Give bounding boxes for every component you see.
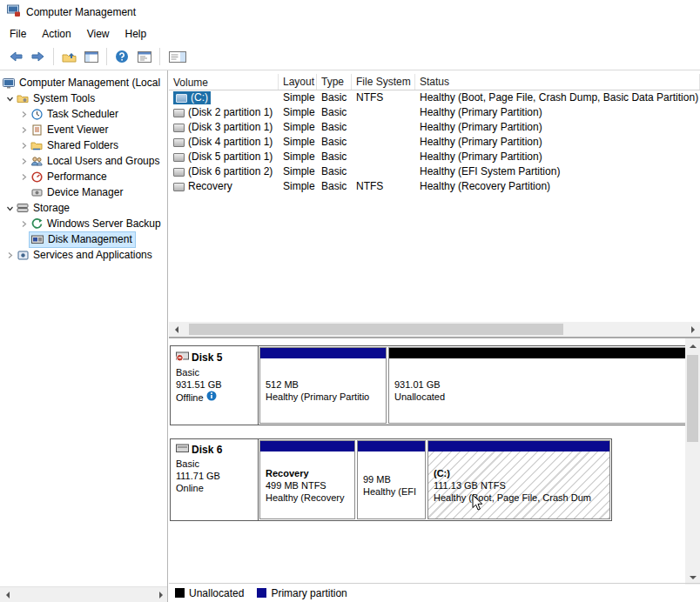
- chevron-down-icon[interactable]: [3, 204, 16, 212]
- column-header-file-system[interactable]: File System: [352, 74, 415, 90]
- type-cell: Basic: [317, 179, 352, 194]
- graphical-view-vertical-scrollbar[interactable]: [685, 338, 700, 585]
- show-hide-console-tree-button[interactable]: [81, 46, 102, 67]
- sidebar-item-disk-management[interactable]: Disk Management: [0, 231, 167, 247]
- chevron-right-icon[interactable]: [17, 157, 30, 165]
- scroll-left-button[interactable]: [0, 587, 15, 602]
- scroll-right-button[interactable]: [153, 587, 168, 602]
- volume-icon: [176, 94, 187, 103]
- action-pane-button[interactable]: [165, 46, 191, 67]
- sidebar-item-label: Storage: [33, 202, 70, 214]
- volume-cell: (Disk 6 partition 2): [169, 164, 279, 179]
- help-button[interactable]: [111, 46, 132, 67]
- volume-list-header: Volume Layout Type File System Status: [169, 74, 700, 90]
- volume-row-disk2-part1[interactable]: (Disk 2 partition 1) Simple Basic Health…: [169, 105, 700, 120]
- type-cell: Basic: [317, 105, 352, 120]
- status-cell: Healthy (Primary Partition): [415, 120, 700, 135]
- file-system-cell: [352, 105, 415, 120]
- partition-c[interactable]: (C:) 111.13 GB NTFS Healthy (Boot, Page …: [427, 440, 610, 519]
- sidebar-item-services-and-applications[interactable]: Services and Applications: [0, 247, 167, 263]
- layout-cell: Simple: [279, 179, 317, 194]
- partition-size: 931.01 GB: [394, 378, 685, 391]
- back-button[interactable]: [5, 46, 26, 67]
- volume-name: (Disk 4 partition 1): [188, 135, 273, 150]
- scrollbar-thumb[interactable]: [189, 324, 563, 335]
- chevron-right-icon[interactable]: [17, 126, 30, 134]
- column-header-status[interactable]: Status: [415, 74, 700, 90]
- sidebar-item-event-viewer[interactable]: Event Viewer: [0, 122, 167, 137]
- chevron-right-icon[interactable]: [17, 173, 30, 181]
- disk6-row: Disk 6 Basic 111.71 GB Online Recovery 4…: [170, 438, 612, 521]
- scrollbar-track[interactable]: [184, 322, 685, 337]
- partition-status: Healthy (Boot, Page File, Crash Dum: [434, 492, 609, 504]
- sidebar-item-label: Disk Management: [48, 233, 132, 245]
- layout-cell: Simple: [279, 120, 317, 135]
- disk-offline-icon: [176, 351, 189, 365]
- app-icon: [7, 4, 21, 20]
- sidebar-item-storage[interactable]: Storage: [0, 200, 167, 216]
- sidebar-item-label: Performance: [47, 171, 107, 183]
- up-level-button[interactable]: [58, 46, 79, 67]
- users-icon: [30, 156, 44, 166]
- sidebar-item-device-manager[interactable]: Device Manager: [0, 184, 167, 200]
- forward-button[interactable]: [28, 46, 49, 67]
- disk-state: Offline: [176, 391, 204, 404]
- info-icon[interactable]: [206, 391, 217, 404]
- file-system-cell: NTFS: [352, 179, 415, 194]
- partition-status: Healthy (Recovery: [266, 492, 354, 504]
- file-system-cell: [352, 135, 415, 150]
- sidebar-item-system-tools[interactable]: System Tools: [0, 90, 167, 106]
- volume-row-disk3-part1[interactable]: (Disk 3 partition 1) Simple Basic Health…: [169, 120, 700, 135]
- volume-row-disk5-part1[interactable]: (Disk 5 partition 1) Simple Basic Health…: [169, 150, 700, 164]
- volume-name: (Disk 6 partition 2): [188, 164, 273, 179]
- partition-disk5-unallocated[interactable]: 931.01 GB Unallocated: [388, 347, 686, 424]
- column-header-volume[interactable]: Volume: [169, 74, 279, 90]
- partition-efi[interactable]: 99 MB Healthy (EFI: [357, 440, 426, 519]
- scroll-up-button[interactable]: [685, 338, 700, 353]
- arrow-left-icon: [175, 326, 178, 333]
- primary-partition-swatch-icon: [257, 588, 266, 598]
- sidebar-item-shared-folders[interactable]: Shared Folders: [0, 137, 167, 153]
- tree-horizontal-scrollbar[interactable]: [0, 586, 168, 602]
- column-header-type[interactable]: Type: [317, 74, 352, 90]
- sidebar-item-computer-management[interactable]: Computer Management (Local: [0, 75, 167, 90]
- system-tools-icon: [16, 93, 30, 104]
- disk5-header[interactable]: Disk 5 Basic 931.51 GB Offline: [171, 346, 259, 425]
- sidebar-item-performance[interactable]: Performance: [0, 169, 167, 184]
- chevron-right-icon[interactable]: [17, 142, 30, 150]
- menu-file[interactable]: File: [2, 25, 34, 43]
- storage-icon: [16, 203, 30, 213]
- sidebar-item-task-scheduler[interactable]: Task Scheduler: [0, 106, 167, 122]
- menu-help[interactable]: Help: [118, 25, 155, 43]
- mouse-cursor: [470, 494, 486, 513]
- column-header-layout[interactable]: Layout: [279, 74, 317, 90]
- performance-icon: [30, 171, 44, 183]
- volume-row-recovery[interactable]: Recovery Simple Basic NTFS Healthy (Reco…: [169, 179, 700, 194]
- scrollbar-track[interactable]: [685, 353, 700, 570]
- chevron-down-icon[interactable]: [3, 95, 16, 103]
- volume-row-c[interactable]: (C:) Simple Basic NTFS Healthy (Boot, Pa…: [169, 90, 700, 105]
- toolbar-separator: [53, 48, 54, 65]
- menu-view[interactable]: View: [79, 25, 118, 43]
- chevron-right-icon[interactable]: [17, 110, 30, 118]
- console-window-button[interactable]: [134, 46, 155, 67]
- disk-name: Disk 5: [192, 351, 222, 364]
- partition-disk5-1[interactable]: 512 MB Healthy (Primary Partitio: [259, 347, 387, 424]
- volume-row-disk6-part2[interactable]: (Disk 6 partition 2) Simple Basic Health…: [169, 164, 700, 179]
- sidebar-item-local-users-and-groups[interactable]: Local Users and Groups: [0, 153, 167, 169]
- partition-recovery[interactable]: Recovery 499 MB NTFS Healthy (Recovery: [259, 440, 355, 519]
- chevron-right-icon[interactable]: [3, 251, 16, 259]
- disk-name: Disk 6: [192, 444, 222, 456]
- volume-row-disk4-part1[interactable]: (Disk 4 partition 1) Simple Basic Health…: [169, 135, 700, 150]
- disk-management-icon: [30, 235, 44, 244]
- scroll-left-button[interactable]: [169, 322, 184, 337]
- volume-list-horizontal-scrollbar[interactable]: [169, 322, 700, 337]
- scroll-right-button[interactable]: [685, 322, 700, 337]
- chevron-right-icon[interactable]: [17, 220, 30, 228]
- disk6-header[interactable]: Disk 6 Basic 111.71 GB Online: [171, 439, 259, 520]
- sidebar-item-windows-server-backup[interactable]: Windows Server Backup: [0, 216, 167, 231]
- menu-action[interactable]: Action: [34, 25, 78, 43]
- scrollbar-thumb[interactable]: [687, 355, 698, 442]
- scrollbar-track[interactable]: [15, 587, 153, 602]
- volume-cell: (Disk 2 partition 1): [169, 105, 279, 120]
